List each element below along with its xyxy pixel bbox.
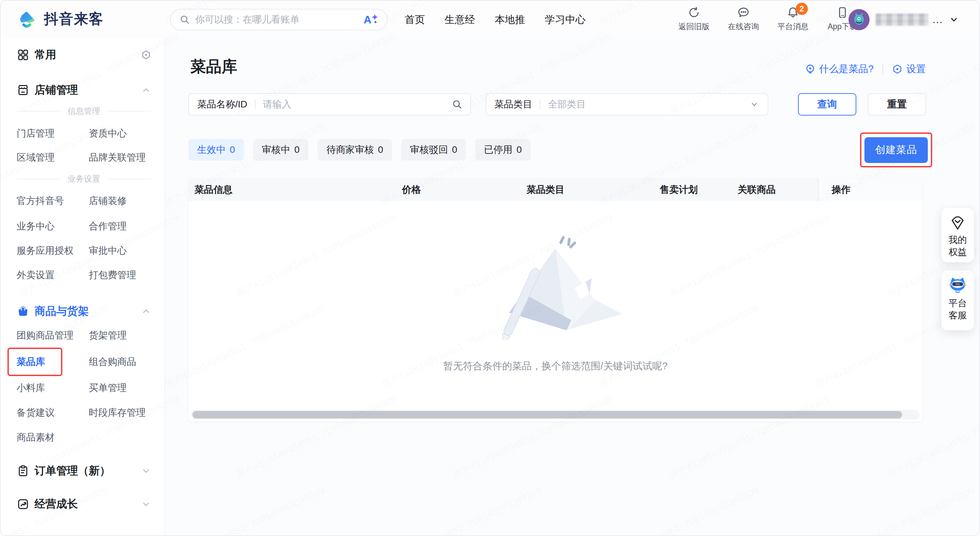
sidebar-section-goods[interactable]: 商品与货架 (17, 303, 151, 320)
reset-button[interactable]: 重置 (868, 93, 926, 116)
divider (540, 99, 541, 110)
trend-up-icon (17, 498, 29, 511)
message-count-badge: 2 (795, 3, 808, 15)
chevron-down-icon[interactable] (949, 15, 959, 24)
sidebar-link-qualification-center[interactable]: 资质中心 (89, 127, 151, 140)
chevron-up-icon[interactable] (141, 306, 151, 317)
sidebar-link-takeout-settings[interactable]: 外卖设置 (17, 269, 89, 282)
search-placeholder: 你可以搜：在哪儿看账单 (195, 13, 364, 26)
chevron-up-icon[interactable] (141, 85, 151, 95)
sidebar-link-business-center[interactable]: 业务中心 (17, 220, 89, 233)
create-dish-button[interactable]: 创建菜品 (864, 137, 928, 163)
sidebar-link-bill-mgmt[interactable]: 买单管理 (89, 382, 151, 394)
page-title: 菜品库 (191, 56, 237, 77)
lightbulb-icon (805, 64, 816, 75)
back-to-old-version-button[interactable]: 返回旧版 (674, 6, 714, 32)
nav-local-push[interactable]: 本地推 (495, 13, 525, 27)
gem-icon (950, 215, 966, 231)
ai-search-icon[interactable]: A (364, 14, 378, 26)
horizontal-scrollbar-track[interactable] (191, 410, 920, 420)
sidebar-section-quick[interactable]: 常用 (17, 47, 151, 63)
sidebar-link-brand-association[interactable]: 品牌关联管理 (89, 151, 151, 164)
tab-active[interactable]: 生效中0 (188, 139, 244, 161)
settings-link[interactable]: 设置 (892, 62, 926, 76)
column-divider (818, 178, 819, 201)
sidebar-link-condiment-library[interactable]: 小料库 (17, 382, 89, 394)
column-linked-product: 关联商品 (738, 183, 818, 196)
dish-category-value: 全部类目 (548, 98, 749, 111)
username-redacted (876, 14, 929, 26)
nav-home[interactable]: 首页 (405, 13, 425, 27)
sidebar-link-store-mgmt[interactable]: 门店管理 (17, 127, 89, 140)
sidebar-link-combo-products[interactable]: 组合购商品 (89, 355, 151, 368)
sidebar-link-packing-fee[interactable]: 打包费管理 (89, 269, 151, 282)
tab-under-review[interactable]: 审核中0 (253, 139, 309, 161)
sidebar-link-group-product-mgmt[interactable]: 团购商品管理 (17, 329, 89, 342)
sidebar-link-time-inventory[interactable]: 时段库存管理 (89, 406, 151, 419)
shopping-bag-icon (17, 305, 29, 318)
gear-icon (892, 64, 903, 75)
sidebar-link-product-material[interactable]: 商品素材 (17, 431, 89, 444)
sidebar-link-approval-center[interactable]: 审批中心 (89, 244, 151, 257)
username-ellipsis: ... (932, 14, 943, 25)
sidebar-link-store-decoration[interactable]: 店铺装修 (89, 194, 151, 207)
divider (842, 11, 842, 29)
dish-category-filter-select[interactable]: 菜品类目 全部类目 (485, 93, 768, 116)
app-window: 抖音来客 你可以搜：在哪儿看账单 A 首页 生意经 本地推 学习中心 返回旧版 (0, 0, 980, 536)
sidebar-group-info: 信息管理 (17, 106, 151, 116)
avatar[interactable] (848, 9, 870, 30)
sidebar-link-service-auth[interactable]: 服务应用授权 (17, 244, 89, 257)
app-logo: 抖音来客 (19, 10, 104, 29)
sidebar-link-official-douyin[interactable]: 官方抖音号 (17, 194, 89, 207)
sidebar-link-shelf-mgmt[interactable]: 货架管理 (89, 329, 151, 342)
nav-learning-center[interactable]: 学习中心 (545, 13, 585, 27)
sidebar-link-cooperation-mgmt[interactable]: 合作管理 (89, 220, 151, 233)
header-actions: 返回旧版 在线咨询 2 平台消息 App下载 (674, 6, 863, 32)
chevron-down-icon (749, 99, 759, 110)
my-benefits-widget[interactable]: 我的权益 (941, 208, 974, 262)
sidebar-group-business: 业务设置 (17, 173, 151, 184)
sidebar-section-growth[interactable]: 经营成长 (17, 496, 151, 512)
horizontal-scrollbar-thumb[interactable] (192, 411, 902, 418)
storefront-icon (17, 84, 29, 97)
douyin-laike-logo-icon (19, 10, 39, 28)
column-category: 菜品类目 (527, 183, 660, 196)
column-dish-info: 菜品信息 (188, 183, 402, 196)
nav-business[interactable]: 生意经 (445, 13, 475, 27)
page-header-links: 什么是菜品? 设置 (805, 62, 926, 76)
tab-disabled[interactable]: 已停用0 (475, 139, 531, 161)
dish-name-filter-input[interactable]: 菜品名称/ID 请输入 (188, 93, 471, 116)
query-button[interactable]: 查询 (798, 93, 856, 116)
sidebar-section-orders[interactable]: 订单管理（新） (17, 463, 151, 479)
main-content: 菜品库 什么是菜品? 设置 菜品名称/ID 请输入 菜品类目 (165, 39, 979, 535)
divider (882, 64, 883, 74)
tab-review-rejected[interactable]: 审核驳回0 (401, 139, 466, 161)
gear-icon[interactable] (141, 50, 151, 60)
global-search-input[interactable]: 你可以搜：在哪儿看账单 A (170, 9, 388, 30)
platform-support-label: 平台客服 (947, 297, 968, 321)
clipboard-icon (17, 464, 29, 477)
empty-state-illustration (482, 228, 628, 340)
sidebar-link-stock-suggestion[interactable]: 备货建议 (17, 406, 89, 419)
sidebar-section-store[interactable]: 店铺管理 (17, 82, 151, 98)
chevron-down-icon[interactable] (141, 466, 151, 476)
chevron-down-icon[interactable] (141, 499, 151, 509)
app-title: 抖音来客 (44, 10, 104, 29)
online-support-button[interactable]: 在线咨询 (723, 6, 764, 32)
user-account-area[interactable]: ... (842, 1, 959, 39)
platform-support-widget[interactable]: 平台客服 (941, 271, 974, 330)
table-header: 菜品信息 价格 菜品类目 售卖计划 关联商品 操作 (188, 178, 923, 201)
sidebar: 常用 店铺管理 信息管理 门店管理 资质中心 区域管理 品牌关联管理 (1, 39, 165, 535)
search-icon[interactable] (452, 99, 462, 110)
platform-messages-button[interactable]: 2 平台消息 (773, 6, 813, 32)
annotation-box-create-dish: 创建菜品 (860, 132, 932, 167)
column-price: 价格 (402, 183, 527, 196)
tab-pending-merchant-review[interactable]: 待商家审核0 (318, 139, 392, 161)
what-is-dish-link[interactable]: 什么是菜品? (805, 62, 873, 76)
column-actions: 操作 (818, 178, 923, 201)
sidebar-link-region-mgmt[interactable]: 区域管理 (17, 151, 89, 164)
table-empty-state: 暂无符合条件的菜品，换个筛选范围/关键词试试呢? (188, 201, 923, 373)
dish-table-card: 菜品信息 价格 菜品类目 售卖计划 关联商品 操作 (188, 178, 923, 421)
chat-icon (737, 6, 750, 19)
my-benefits-label: 我的权益 (947, 234, 968, 258)
